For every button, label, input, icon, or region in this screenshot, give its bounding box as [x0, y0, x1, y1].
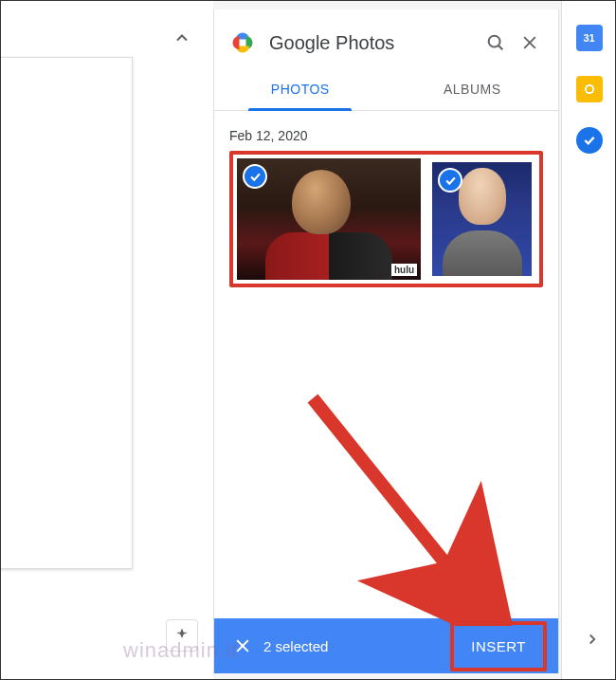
- document-background: [0, 0, 213, 680]
- google-photos-logo-icon: [229, 29, 256, 56]
- tab-albums[interactable]: ALBUMS: [387, 68, 559, 110]
- photo-thumbnail[interactable]: hulu: [237, 158, 421, 280]
- photo-thumbnail[interactable]: [428, 158, 535, 280]
- addons-rail: 31: [561, 0, 616, 680]
- date-group-label: Feb 12, 2020: [229, 128, 543, 143]
- insert-button[interactable]: INSERT: [450, 621, 547, 671]
- photo-content: [459, 168, 506, 225]
- panel-title: Google Photos: [269, 32, 479, 54]
- photo-grid-highlight: hulu: [229, 151, 543, 287]
- selection-bar: 2 selected INSERT: [214, 618, 558, 673]
- selection-count: 2 selected: [263, 638, 450, 654]
- source-badge: hulu: [391, 264, 417, 276]
- explore-button[interactable]: [166, 619, 198, 652]
- selected-check-icon[interactable]: [438, 168, 462, 193]
- photos-list: Feb 12, 2020 hulu: [214, 111, 558, 673]
- search-icon[interactable]: [479, 26, 513, 60]
- deselect-close-icon[interactable]: [226, 629, 260, 663]
- google-photos-sidepanel: Google Photos PHOTOS ALBUMS Feb 12, 2020…: [213, 9, 559, 673]
- tasks-icon[interactable]: [576, 127, 603, 154]
- panel-tabs: PHOTOS ALBUMS: [214, 68, 558, 111]
- collapse-chevron-icon[interactable]: [172, 28, 191, 51]
- svg-line-1: [498, 46, 502, 49]
- selected-check-icon[interactable]: [243, 164, 267, 189]
- tab-photos[interactable]: PHOTOS: [214, 68, 387, 110]
- photo-content: [265, 232, 392, 280]
- photo-content: [292, 170, 351, 234]
- calendar-icon[interactable]: 31: [576, 25, 603, 51]
- keep-icon[interactable]: [576, 76, 603, 102]
- close-icon[interactable]: [513, 26, 547, 60]
- document-page[interactable]: [0, 57, 133, 569]
- photo-content: [443, 230, 522, 276]
- svg-point-0: [489, 36, 500, 47]
- chevron-right-icon[interactable]: [584, 631, 601, 652]
- panel-header: Google Photos: [214, 9, 558, 64]
